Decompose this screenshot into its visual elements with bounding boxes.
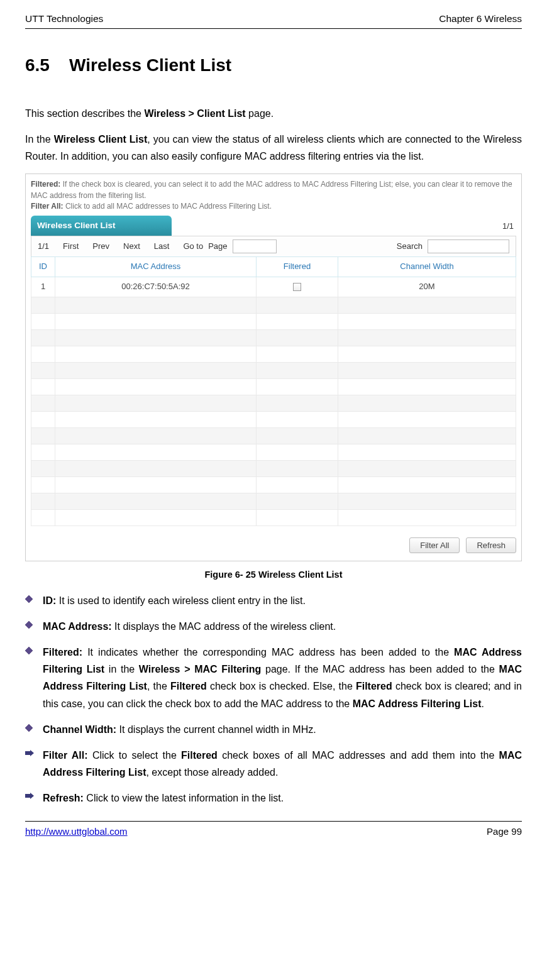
screenshot-help-text: Filtered: If the check box is cleared, y…	[31, 179, 516, 212]
table-row	[31, 297, 516, 313]
table-row	[31, 362, 516, 378]
table-row: 1 00:26:C7:50:5A:92 20M	[31, 277, 516, 297]
svg-marker-5	[25, 793, 34, 799]
col-header-channel-width: Channel Width	[338, 256, 516, 277]
intro-paragraph-1: This section describes the Wireless > Cl…	[25, 105, 522, 122]
section-title: 6.5 Wireless Client List	[25, 52, 522, 80]
screenshot-wireless-client-list: Filtered: If the check box is cleared, y…	[25, 173, 522, 561]
pager-goto-label: Go to	[183, 240, 203, 253]
table-row	[31, 346, 516, 362]
diamond-bullet-icon	[25, 724, 35, 738]
section-name: Wireless Client List	[69, 55, 231, 75]
header-right: Chapter 6 Wireless	[439, 11, 522, 27]
pager-first[interactable]: First	[63, 240, 79, 253]
footer-url-link[interactable]: http://www.uttglobal.com	[25, 824, 128, 839]
pager-last[interactable]: Last	[154, 240, 170, 253]
def-item-filtered: Filtered: It indicates whether the corre…	[25, 644, 522, 712]
svg-marker-3	[25, 724, 33, 732]
table-row	[31, 493, 516, 509]
def-item-id: ID: It is used to identify each wireless…	[25, 592, 522, 609]
cell-id: 1	[31, 277, 55, 297]
filter-all-button[interactable]: Filter All	[409, 537, 460, 553]
pager-page-label: Page	[208, 240, 227, 253]
table-row	[31, 460, 516, 476]
diamond-bullet-icon	[25, 621, 35, 635]
screenshot-tab-row: Wireless Client List 1/1	[31, 216, 516, 236]
page-indicator: 1/1	[502, 220, 516, 236]
col-header-mac: MAC Address	[55, 256, 257, 277]
footer-page-number: Page 99	[487, 824, 522, 839]
def-item-filter-all: Filter All: Click to select the Filtered…	[25, 747, 522, 781]
svg-marker-0	[25, 595, 33, 603]
screenshot-tab[interactable]: Wireless Client List	[31, 216, 172, 236]
page-header: UTT Technologies Chapter 6 Wireless	[25, 11, 522, 29]
arrow-bullet-icon	[25, 750, 35, 781]
table-row	[31, 329, 516, 346]
table-row	[31, 509, 516, 526]
cell-filtered	[257, 277, 338, 297]
def-item-mac: MAC Address: It displays the MAC address…	[25, 618, 522, 635]
pager-search-input[interactable]	[428, 239, 509, 253]
def-item-channel-width: Channel Width: It displays the current c…	[25, 721, 522, 738]
table-row	[31, 395, 516, 411]
definition-list: ID: It is used to identify each wireless…	[25, 592, 522, 807]
diamond-bullet-icon	[25, 595, 35, 609]
col-header-filtered: Filtered	[257, 256, 338, 277]
svg-marker-4	[25, 750, 34, 756]
arrow-bullet-icon	[25, 793, 35, 807]
pager-page-input[interactable]	[233, 239, 277, 253]
refresh-button[interactable]: Refresh	[466, 537, 516, 553]
button-row: Filter All Refresh	[31, 537, 516, 553]
cell-mac: 00:26:C7:50:5A:92	[55, 277, 257, 297]
filtered-checkbox[interactable]	[293, 283, 301, 291]
table-row	[31, 378, 516, 395]
cell-channel-width: 20M	[338, 277, 516, 297]
svg-marker-2	[25, 647, 33, 654]
client-list-table: ID MAC Address Filtered Channel Width 1 …	[31, 256, 516, 526]
table-row	[31, 411, 516, 427]
diamond-bullet-icon	[25, 647, 35, 712]
intro-paragraph-2: In the Wireless Client List, you can vie…	[25, 131, 522, 165]
pager-prev[interactable]: Prev	[92, 240, 109, 253]
section-number: 6.5	[25, 55, 50, 75]
svg-marker-1	[25, 621, 33, 629]
col-header-id: ID	[31, 256, 55, 277]
table-row	[31, 444, 516, 460]
header-left: UTT Technologies	[25, 11, 103, 27]
table-row	[31, 476, 516, 493]
pager-search-label: Search	[397, 240, 423, 253]
pager-next[interactable]: Next	[123, 240, 140, 253]
pager-bar: 1/1 First Prev Next Last Go to Page Sear…	[31, 236, 516, 256]
table-row	[31, 313, 516, 329]
table-row	[31, 427, 516, 444]
def-item-refresh: Refresh: Click to view the latest inform…	[25, 790, 522, 807]
page-footer: http://www.uttglobal.com Page 99	[25, 821, 522, 839]
pager-counter: 1/1	[38, 240, 49, 253]
figure-caption: Figure 6- 25 Wireless Client List	[25, 568, 522, 582]
